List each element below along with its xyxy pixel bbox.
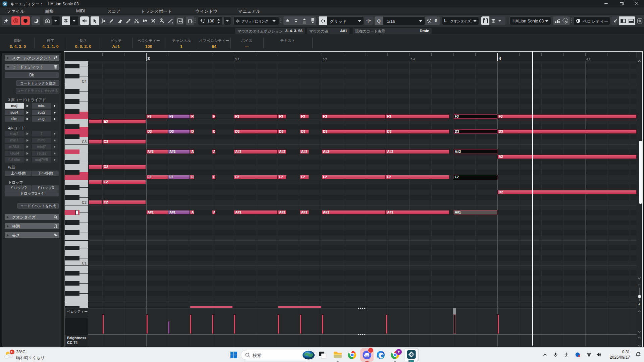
match-chord-track-button[interactable]: コードトラックに合わせる bbox=[16, 88, 59, 94]
key-F3[interactable] bbox=[79, 112, 89, 119]
velocity-bar-selected-handle[interactable] bbox=[453, 308, 456, 314]
move-up-button[interactable] bbox=[285, 19, 290, 23]
scissors-tool[interactable] bbox=[132, 16, 141, 25]
close-button[interactable] bbox=[631, 0, 642, 7]
note-expression-button[interactable] bbox=[555, 18, 560, 23]
chord-7sus4-arrow[interactable] bbox=[24, 151, 31, 156]
scroll-up-arrow[interactable] bbox=[638, 60, 641, 63]
vlane-scroll-down[interactable] bbox=[638, 330, 641, 334]
split-knife-tool[interactable] bbox=[124, 16, 132, 25]
velocity-bar[interactable] bbox=[497, 314, 499, 334]
note-F2[interactable]: F2 bbox=[322, 175, 386, 179]
note-F3[interactable]: F3 bbox=[386, 114, 449, 119]
tray-chevron-icon[interactable] bbox=[543, 352, 547, 358]
chord-min6-button[interactable]: min6 bbox=[32, 138, 58, 143]
note-A#2[interactable]: A#2 bbox=[386, 149, 449, 154]
velocity-bar[interactable] bbox=[322, 314, 323, 334]
draw-tool[interactable] bbox=[107, 16, 116, 25]
info-field-4[interactable]: ベロシティー100 bbox=[132, 35, 165, 51]
note-A#1[interactable]: A#1 bbox=[453, 210, 497, 215]
note-A#1[interactable]: A#1 bbox=[168, 210, 190, 215]
chord-7-button[interactable]: 7 bbox=[32, 131, 58, 136]
info-field-3[interactable]: ピッチA#1 bbox=[100, 35, 132, 51]
mute-tool[interactable] bbox=[149, 16, 158, 25]
note-C2[interactable] bbox=[89, 200, 102, 204]
info-field-8[interactable]: テキスト bbox=[263, 35, 313, 51]
menu-4[interactable]: トランスポート bbox=[141, 8, 172, 14]
velocity-bar[interactable] bbox=[190, 314, 192, 334]
autoscroll-dropdown[interactable] bbox=[70, 16, 78, 25]
velocity-bar[interactable] bbox=[278, 314, 279, 334]
key-D#3[interactable] bbox=[65, 124, 79, 129]
key-G#0[interactable] bbox=[65, 281, 79, 286]
note-A#2[interactable]: A#2 bbox=[168, 149, 190, 154]
chord-7-arrow[interactable] bbox=[51, 131, 58, 136]
tray-mic-icon[interactable] bbox=[553, 352, 558, 359]
chord-sus2-button[interactable]: sus2 bbox=[32, 110, 58, 115]
info-field-7[interactable]: ボイス— bbox=[230, 35, 263, 51]
note-A2[interactable]: A2 bbox=[497, 155, 637, 159]
zoom-out-button[interactable]: − bbox=[637, 283, 641, 287]
chord-sus4-button[interactable]: sus4 bbox=[5, 110, 31, 115]
note-A#2[interactable]: A#2 bbox=[453, 149, 497, 154]
key-F#0[interactable] bbox=[65, 291, 79, 296]
piano-keyboard[interactable]: C4C3C2C1 bbox=[65, 61, 88, 308]
chord-maj-arrow[interactable] bbox=[24, 103, 31, 109]
tray-clock[interactable]: 0:31 2025/09/17 bbox=[610, 349, 630, 360]
start-button[interactable] bbox=[229, 350, 239, 360]
snap-toggle[interactable] bbox=[319, 16, 327, 25]
chord-7sus2-arrow[interactable] bbox=[51, 151, 58, 156]
chord-7sus2-button[interactable]: 7sus2 bbox=[32, 151, 58, 156]
note-D2[interactable]: D2 bbox=[497, 190, 637, 194]
note-F2[interactable]: F2 bbox=[278, 175, 286, 179]
edge-icon[interactable] bbox=[376, 350, 386, 360]
velocity-bar[interactable] bbox=[300, 314, 302, 334]
velocity-bar[interactable] bbox=[212, 314, 214, 334]
velocity-bar[interactable] bbox=[234, 314, 235, 334]
note-A#2[interactable]: A#2 bbox=[212, 149, 216, 154]
velocity-lane[interactable] bbox=[88, 308, 637, 334]
vertical-scrollbar-thumb[interactable] bbox=[639, 141, 642, 204]
output-track-well[interactable]: HALion Sonic 03 bbox=[509, 16, 551, 25]
move-down-chord-button[interactable]: 下へ移動 bbox=[32, 171, 59, 176]
add-chord-track-button[interactable]: コードトラックを追加 bbox=[16, 80, 59, 86]
move-up-chord-button[interactable]: 上へ移動 bbox=[5, 171, 32, 176]
taskbar-search[interactable]: 検索 bbox=[241, 350, 315, 360]
note-C3[interactable]: C3 bbox=[102, 139, 146, 144]
info-field-1[interactable]: 終了4. 1. 1. 0 bbox=[34, 35, 67, 51]
note-A#2[interactable]: A#2 bbox=[146, 149, 168, 154]
snap-offset-button[interactable]: -|+ bbox=[364, 16, 373, 25]
note-D3[interactable]: D3 bbox=[386, 129, 449, 134]
key-C#2[interactable] bbox=[65, 195, 79, 200]
lane-grip-1[interactable] bbox=[358, 308, 366, 309]
autoscroll-button[interactable] bbox=[62, 16, 70, 25]
event-colors-button[interactable] bbox=[176, 16, 184, 25]
note-A#2[interactable]: A#2 bbox=[322, 149, 386, 154]
tray-volume-icon[interactable] bbox=[596, 352, 601, 358]
menu-6[interactable]: マニュアル bbox=[238, 8, 261, 14]
tray-wifi-icon[interactable] bbox=[586, 352, 592, 358]
chord-maj7/#5-arrow[interactable] bbox=[51, 157, 58, 163]
note-E3[interactable] bbox=[89, 119, 102, 124]
note-F2[interactable]: F2 bbox=[300, 175, 309, 179]
open-in-lower-zone-button[interactable] bbox=[611, 16, 619, 25]
note-F2[interactable]: F2 bbox=[386, 175, 449, 179]
length-quantize-well[interactable]: L クオンタイズ. bbox=[442, 16, 479, 25]
pin-editor-button[interactable] bbox=[2, 16, 10, 25]
key-F#3[interactable] bbox=[65, 109, 79, 114]
chord-maj7-arrow[interactable] bbox=[24, 131, 31, 136]
menu-3[interactable]: スコア bbox=[107, 8, 121, 14]
chord-aug-arrow[interactable] bbox=[51, 116, 58, 122]
key-F#1[interactable] bbox=[65, 230, 79, 235]
note-D3[interactable]: D3 bbox=[212, 129, 216, 134]
edit-active-part-button[interactable] bbox=[491, 18, 496, 23]
section-scale-assistant[interactable]: スケールアシスタント bbox=[5, 55, 59, 61]
grid-type-well[interactable]: グリッド bbox=[327, 16, 364, 25]
note-A#2[interactable]: A#2 bbox=[278, 149, 286, 154]
note-F3[interactable]: F3 bbox=[212, 114, 216, 119]
key-D#2[interactable] bbox=[65, 185, 79, 190]
note-A#1[interactable]: A#1 bbox=[190, 210, 194, 215]
note-F3[interactable]: F3 bbox=[234, 114, 278, 119]
bottom-zone-toggle[interactable] bbox=[627, 16, 635, 25]
note-A#1[interactable]: A#1 bbox=[278, 210, 286, 215]
